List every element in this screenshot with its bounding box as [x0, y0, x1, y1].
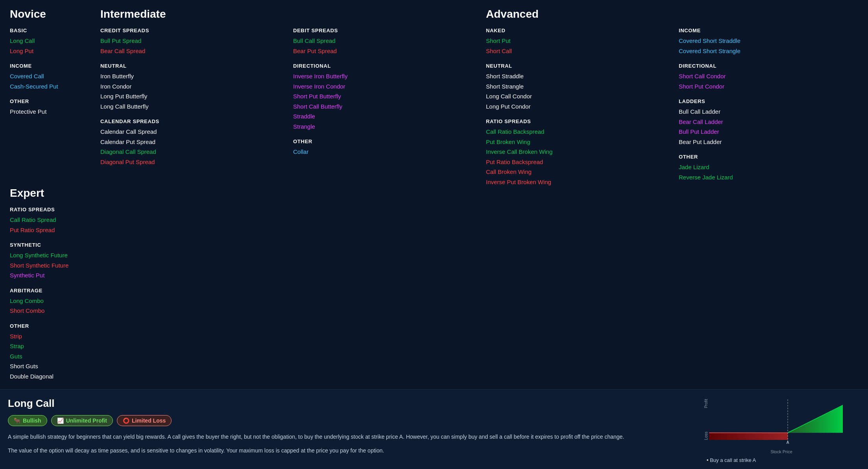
strategy-cash-secured-put[interactable]: Cash-Secured Put	[10, 81, 89, 92]
section-credit-spreads: CREDIT SPREADS Bull Put Spread Bear Call…	[100, 28, 281, 56]
badges-container: 🐂 Bullish 📈 Unlimited Profit ⭕ Limited L…	[8, 415, 683, 426]
strategy-bear-put-spread[interactable]: Bear Put Spread	[293, 46, 474, 56]
strategy-short-call-butterfly[interactable]: Short Call Butterfly	[293, 102, 474, 112]
strategy-bull-put-ladder[interactable]: Bull Put Ladder	[679, 127, 860, 137]
profit-icon: 📈	[57, 417, 64, 424]
strategy-iron-condor[interactable]: Iron Condor	[100, 81, 281, 92]
strategy-short-synthetic-future[interactable]: Short Synthetic Future	[10, 260, 89, 271]
badge-profit-label: Unlimited Profit	[66, 417, 107, 424]
strategy-guts[interactable]: Guts	[10, 351, 89, 362]
strategy-short-put-butterfly[interactable]: Short Put Butterfly	[293, 91, 474, 102]
strategy-inverse-put-broken-wing[interactable]: Inverse Put Broken Wing	[486, 177, 667, 187]
section-calendar-spreads: CALENDAR SPREADS Calendar Call Spread Ca…	[100, 118, 281, 167]
strategy-long-call[interactable]: Long Call	[10, 36, 89, 46]
strategy-short-put[interactable]: Short Put	[486, 36, 667, 46]
strategy-call-ratio-spread[interactable]: Call Ratio Spread	[10, 215, 89, 225]
strategy-long-call-condor[interactable]: Long Call Condor	[486, 91, 667, 102]
strategy-covered-short-strangle[interactable]: Covered Short Strangle	[679, 46, 860, 56]
column-advanced: Advanced NAKED Short Put Short Call NEUT…	[480, 8, 673, 187]
section-ratio-spreads-exp: RATIO SPREADS Call Ratio Spread Put Rati…	[10, 207, 89, 235]
strategy-short-combo[interactable]: Short Combo	[10, 306, 89, 316]
strategy-call-ratio-backspread[interactable]: Call Ratio Backspread	[486, 127, 667, 137]
strategy-long-synthetic-future[interactable]: Long Synthetic Future	[10, 250, 89, 260]
chart-container: Profit	[703, 397, 852, 460]
section-header-other-adv: OTHER	[679, 154, 860, 160]
strategy-bear-call-ladder[interactable]: Bear Call Ladder	[679, 117, 860, 127]
strategy-covered-short-straddle[interactable]: Covered Short Straddle	[679, 36, 860, 46]
strategy-short-call[interactable]: Short Call	[486, 46, 667, 56]
strategy-long-put-butterfly[interactable]: Long Put Butterfly	[100, 91, 281, 102]
column-expert: Expert RATIO SPREADS Call Ratio Spread P…	[4, 187, 94, 381]
strategy-iron-butterfly[interactable]: Iron Butterfly	[100, 71, 281, 81]
column-intermediate-2: _ DEBIT SPREADS Bull Call Spread Bear Pu…	[287, 8, 480, 187]
strategy-bear-put-ladder[interactable]: Bear Put Ladder	[679, 137, 860, 147]
section-directional-int: DIRECTIONAL Inverse Iron Butterfly Inver…	[293, 63, 474, 131]
strategy-strap[interactable]: Strap	[10, 341, 89, 351]
strategy-jade-lizard[interactable]: Jade Lizard	[679, 162, 860, 172]
strategy-long-combo[interactable]: Long Combo	[10, 296, 89, 306]
section-ladders: LADDERS Bull Call Ladder Bear Call Ladde…	[679, 98, 860, 147]
column-advanced-2: _ INCOME Covered Short Straddle Covered …	[673, 8, 866, 187]
strategy-inverse-call-broken-wing[interactable]: Inverse Call Broken Wing	[486, 147, 667, 157]
strategy-calendar-call-spread[interactable]: Calendar Call Spread	[100, 127, 281, 137]
loss-icon: ⭕	[123, 417, 129, 424]
strategy-short-call-condor[interactable]: Short Call Condor	[679, 71, 860, 81]
column-title-intermediate: Intermediate	[100, 8, 281, 20]
section-other-exp: OTHER Strip Strap Guts Short Guts Double…	[10, 323, 89, 382]
section-income-novice: INCOME Covered Call Cash-Secured Put	[10, 63, 89, 91]
column-title-advanced: Advanced	[486, 8, 667, 20]
column-title-expert: Expert	[10, 187, 89, 199]
top-section: Novice BASIC Long Call Long Put INCOME C…	[0, 0, 868, 390]
strategy-short-straddle[interactable]: Short Straddle	[486, 71, 667, 81]
bottom-section: Long Call 🐂 Bullish 📈 Unlimited Profit ⭕…	[0, 390, 868, 469]
bullish-icon: 🐂	[14, 417, 20, 424]
strategy-diagonal-call-spread[interactable]: Diagonal Call Spread	[100, 147, 281, 157]
bullet-point: Buy a call at strike A	[707, 457, 852, 463]
strategy-call-broken-wing[interactable]: Call Broken Wing	[486, 167, 667, 177]
strategy-inverse-iron-condor[interactable]: Inverse Iron Condor	[293, 81, 474, 92]
strategy-short-put-condor[interactable]: Short Put Condor	[679, 81, 860, 92]
section-other-novice: OTHER Protective Put	[10, 98, 89, 117]
section-header-directional-adv: DIRECTIONAL	[679, 63, 860, 69]
svg-text:A: A	[787, 440, 789, 445]
section-header-synthetic: SYNTHETIC	[10, 242, 89, 248]
strategy-put-ratio-spread[interactable]: Put Ratio Spread	[10, 225, 89, 235]
section-header-neutral-adv: NEUTRAL	[486, 63, 667, 69]
strategy-bull-call-ladder[interactable]: Bull Call Ladder	[679, 107, 860, 117]
strategy-collar[interactable]: Collar	[293, 147, 474, 157]
strategy-detail-title: Long Call	[8, 397, 683, 410]
strategy-bull-call-spread[interactable]: Bull Call Spread	[293, 36, 474, 46]
strategy-strangle[interactable]: Strangle	[293, 122, 474, 132]
strategy-bull-put-spread[interactable]: Bull Put Spread	[100, 36, 281, 46]
section-header-calendar: CALENDAR SPREADS	[100, 118, 281, 124]
strategy-reverse-jade-lizard[interactable]: Reverse Jade Lizard	[679, 172, 860, 183]
strategy-long-call-butterfly[interactable]: Long Call Butterfly	[100, 102, 281, 112]
strategy-put-ratio-backspread[interactable]: Put Ratio Backspread	[486, 157, 667, 167]
strategy-double-diagonal[interactable]: Double Diagonal	[10, 371, 89, 382]
strategy-inverse-iron-butterfly[interactable]: Inverse Iron Butterfly	[293, 71, 474, 81]
strategy-short-guts[interactable]: Short Guts	[10, 361, 89, 371]
strategy-protective-put[interactable]: Protective Put	[10, 107, 89, 117]
strategy-long-put-condor[interactable]: Long Put Condor	[486, 102, 667, 112]
strategy-synthetic-put[interactable]: Synthetic Put	[10, 270, 89, 281]
section-header-arbitrage: ARBITRAGE	[10, 288, 89, 294]
strategy-put-broken-wing[interactable]: Put Broken Wing	[486, 137, 667, 147]
strategy-covered-call[interactable]: Covered Call	[10, 71, 89, 81]
section-header-neutral-int: NEUTRAL	[100, 63, 281, 69]
strategy-strip[interactable]: Strip	[10, 331, 89, 342]
column-intermediate: Intermediate CREDIT SPREADS Bull Put Spr…	[94, 8, 287, 187]
section-header-directional-int: DIRECTIONAL	[293, 63, 474, 69]
strategy-bear-call-spread[interactable]: Bear Call Spread	[100, 46, 281, 56]
strategy-diagonal-put-spread[interactable]: Diagonal Put Spread	[100, 157, 281, 167]
section-header-basic: BASIC	[10, 28, 89, 33]
section-other-int: OTHER Collar	[293, 138, 474, 157]
strategy-calendar-put-spread[interactable]: Calendar Put Spread	[100, 137, 281, 147]
column-title-novice: Novice	[10, 8, 89, 20]
strategy-straddle[interactable]: Straddle	[293, 111, 474, 122]
strategy-short-strangle[interactable]: Short Strangle	[486, 81, 667, 92]
section-header-ratio-exp: RATIO SPREADS	[10, 207, 89, 212]
badge-loss-label: Limited Loss	[132, 417, 166, 424]
badge-bullish: 🐂 Bullish	[8, 415, 47, 426]
strategy-long-put[interactable]: Long Put	[10, 46, 89, 56]
badge-profit: 📈 Unlimited Profit	[51, 415, 113, 426]
